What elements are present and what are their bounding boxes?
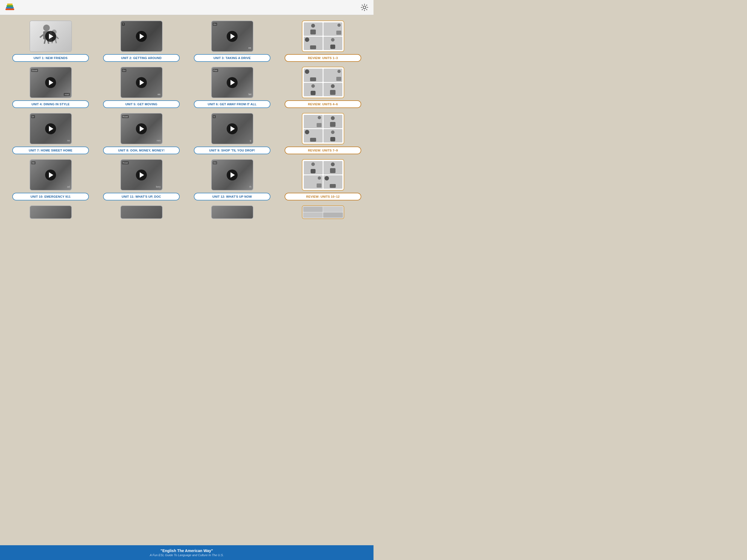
unit-1-thumbnail[interactable] <box>29 21 72 52</box>
unit-12-thumbnail[interactable]: Go th <box>211 159 254 190</box>
partial-thumb-1[interactable] <box>29 205 72 219</box>
review-cell-4 <box>324 175 342 189</box>
unit-10-thumbnail[interactable]: He ad <box>29 159 72 190</box>
review-cell-3 <box>304 36 323 50</box>
unit-9-thumbnail[interactable]: S g <box>211 113 254 144</box>
settings-button[interactable] <box>360 3 368 11</box>
unit-4-thumbnail[interactable]: Good read <box>29 67 72 98</box>
unit-5-play-button[interactable] <box>136 77 147 88</box>
svg-line-9 <box>362 5 363 6</box>
partial-thumb-2[interactable] <box>120 205 163 219</box>
unit-9-card: S g UNIT 9: SHOP 'TIL YOU DROP! <box>190 113 275 154</box>
svg-point-13 <box>43 25 50 31</box>
unit-7-thumb-text-top: Dr <box>31 115 35 118</box>
unit-4-card: Good read UNIT 4: DINING IN STYLE <box>8 67 93 108</box>
unit-7-thumbnail[interactable]: Dr ne <box>29 113 72 144</box>
partial-thumb-4[interactable] <box>302 205 344 219</box>
play-triangle-icon <box>231 126 235 131</box>
unit-10-thumb-text: He <box>31 161 35 164</box>
unit-11-label[interactable]: UNIT 11: WHAT'S UP, DOC <box>103 193 180 200</box>
play-triangle-icon <box>231 80 235 85</box>
unit-9-play-button[interactable] <box>227 123 238 134</box>
unit-8-card: Road nes UNIT 8: OOH, MONEY, MONEY! <box>99 113 184 154</box>
unit-2-label[interactable]: UNIT 2: GETTING AROUND <box>103 54 180 62</box>
unit-1-card: UNIT 1: NEW FRIENDS <box>8 21 93 62</box>
unit-9-label[interactable]: UNIT 9: SHOP 'TIL YOU DROP! <box>194 147 271 154</box>
unit-6-play-button[interactable] <box>227 77 238 88</box>
review-cell-1 <box>304 161 323 175</box>
partial-bottom-row <box>8 205 365 241</box>
unit-1-label[interactable]: UNIT 1: NEW FRIENDS <box>12 54 89 62</box>
unit-6-label[interactable]: UNIT 6: GET AWAY FROM IT ALL <box>194 100 271 108</box>
unit-6-thumb-text: Pee <box>213 69 218 72</box>
partial-review-card <box>281 205 365 219</box>
unit-1-play-button[interactable] <box>45 31 56 42</box>
svg-line-10 <box>366 9 367 10</box>
unit-11-play-button[interactable] <box>136 170 147 180</box>
review-4-6-label[interactable]: REVIEW: UNITS 4–6 <box>285 100 361 108</box>
unit-3-thumbnail[interactable]: Go es <box>211 21 254 52</box>
unit-6-thumbnail[interactable]: Pee let <box>211 67 254 98</box>
unit-4-play-button[interactable] <box>45 77 56 88</box>
unit-5-thumb-text: Go <box>122 69 127 72</box>
unit-2-thumb-text: T <box>122 23 125 26</box>
review-cell-3 <box>304 129 323 143</box>
unit-7-label[interactable]: UNIT 7: HOME SWEET HOME <box>12 147 89 154</box>
unit-5-thumbnail[interactable]: Go es <box>120 67 163 98</box>
unit-8-play-button[interactable] <box>136 123 147 134</box>
review-1-3-card: REVIEW: UNITS 1–3 <box>281 21 365 62</box>
review-1-3-label[interactable]: REVIEW: UNITS 1–3 <box>285 54 361 62</box>
unit-10-card: He ad UNIT 10: EMERGENCY 911 <box>8 159 93 200</box>
review-cell-2 <box>324 161 342 175</box>
svg-point-4 <box>363 6 366 9</box>
unit-2-thumbnail[interactable]: T <box>120 21 163 52</box>
unit-12-label[interactable]: UNIT 12: WHAT'S UP NOW <box>194 193 271 200</box>
review-4-6-card: REVIEW: UNITS 4–6 <box>281 67 365 108</box>
svg-rect-3 <box>7 4 12 5</box>
review-4-6-thumbnail[interactable] <box>302 67 344 98</box>
unit-2-play-button[interactable] <box>136 31 147 42</box>
unit-4-thumb-text-top: Good <box>31 69 38 72</box>
unit-12-thumb-text: Go <box>213 161 217 164</box>
svg-rect-2 <box>6 5 13 7</box>
unit-5-label[interactable]: UNIT 5: GET MOVING <box>103 100 180 108</box>
unit-10-label[interactable]: UNIT 10: EMERGENCY 911 <box>12 193 89 200</box>
review-7-9-label[interactable]: REVIEW: UNITS 7–9 <box>285 147 361 154</box>
unit-3-play-button[interactable] <box>227 31 238 42</box>
partial-thumb-3[interactable] <box>211 205 254 219</box>
review-1-3-thumbnail[interactable] <box>302 21 344 52</box>
review-cell-3 <box>304 175 323 189</box>
unit-11-thumbnail[interactable]: Road kery <box>120 159 163 190</box>
svg-line-24 <box>55 40 56 43</box>
play-triangle-icon <box>49 172 53 178</box>
unit-12-play-button[interactable] <box>227 170 238 180</box>
review-10-12-label[interactable]: REVIEW: UNITS 10–12 <box>285 193 361 200</box>
play-triangle-icon <box>231 172 235 178</box>
unit-3-card: Go es UNIT 3: TAKING A DRIVE <box>190 21 275 62</box>
unit-7-play-button[interactable] <box>45 123 56 134</box>
logo-icon <box>5 2 15 12</box>
units-grid: UNIT 1: NEW FRIENDS T UNIT 2: GETTING AR… <box>8 21 365 200</box>
play-triangle-icon <box>49 34 53 39</box>
unit-8-label[interactable]: UNIT 8: OOH, MONEY, MONEY! <box>103 147 180 154</box>
svg-line-12 <box>362 9 363 10</box>
review-10-12-thumbnail[interactable] <box>302 159 344 190</box>
review-cell-4 <box>324 129 342 143</box>
review-cell-4 <box>324 83 342 96</box>
svg-line-17 <box>44 40 45 44</box>
review-7-9-thumbnail[interactable] <box>302 113 344 144</box>
unit-10-play-button[interactable] <box>45 170 56 180</box>
review-7-9-card: REVIEW: UNITS 7–9 <box>281 113 365 154</box>
unit-12-card: Go th UNIT 12: WHAT'S UP NOW <box>190 159 275 200</box>
review-cell-1 <box>304 69 323 82</box>
play-triangle-icon <box>140 126 144 131</box>
unit-8-thumbnail[interactable]: Road nes <box>120 113 163 144</box>
review-cell-1 <box>304 115 323 128</box>
svg-rect-0 <box>5 8 14 10</box>
play-triangle-icon <box>49 126 53 131</box>
partial-unit-card-1 <box>8 205 93 219</box>
review-cell-3 <box>304 83 323 96</box>
unit-4-label[interactable]: UNIT 4: DINING IN STYLE <box>12 100 89 108</box>
unit-3-label[interactable]: UNIT 3: TAKING A DRIVE <box>194 54 271 62</box>
svg-rect-1 <box>6 7 14 8</box>
